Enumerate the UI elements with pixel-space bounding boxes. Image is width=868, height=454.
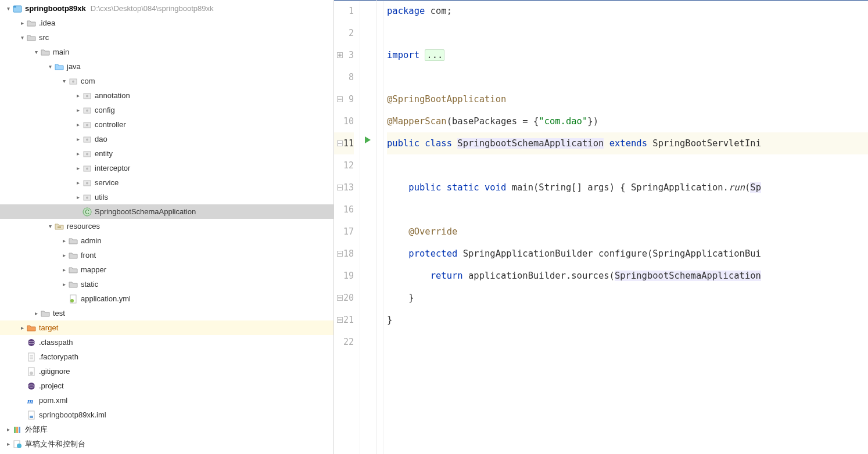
fold-collapse-icon[interactable] — [334, 309, 346, 331]
code-line[interactable]: @MapperScan(basePackages = {"com.dao"}) — [387, 110, 868, 132]
chevron-right-icon[interactable]: ▸ — [73, 121, 83, 128]
code-line-current[interactable]: public class SpringbootSchemaApplication… — [387, 132, 868, 154]
fold-collapse-icon[interactable] — [334, 88, 346, 110]
tree-folder-mapper[interactable]: ▸ mapper — [0, 262, 333, 277]
package-icon — [83, 193, 92, 202]
tree-folder-test[interactable]: ▸ test — [0, 306, 333, 320]
source-folder-icon — [55, 62, 64, 71]
tree-file-project[interactable]: .project — [0, 379, 333, 393]
chevron-right-icon[interactable]: ▸ — [31, 310, 41, 316]
code-editor[interactable]: 1 2 3 8 9 10 11 12 13 16 17 18 19 20 21 … — [334, 0, 868, 454]
line-number-gutter[interactable]: 1 2 3 8 9 10 11 12 13 16 17 18 19 20 21 … — [334, 0, 360, 454]
gutter-icons[interactable] — [360, 0, 376, 454]
tree-package-service[interactable]: ▸ service — [0, 175, 333, 190]
tree-folder-idea[interactable]: ▸ .idea — [0, 16, 333, 30]
tree-file-classpath[interactable]: .classpath — [0, 335, 333, 349]
chevron-right-icon[interactable]: ▸ — [3, 441, 13, 447]
code-area[interactable]: package com; import ... @SpringBootAppli… — [383, 0, 868, 454]
svg-text:m: m — [27, 397, 33, 405]
tree-package-config[interactable]: ▸ config — [0, 103, 333, 117]
svg-point-3 — [72, 80, 74, 82]
chevron-right-icon[interactable]: ▸ — [73, 150, 83, 157]
code-line[interactable] — [387, 199, 868, 221]
tree-file-application-yml[interactable]: application.yml — [0, 291, 333, 306]
chevron-right-icon[interactable]: ▸ — [73, 107, 83, 113]
svg-rect-37 — [30, 416, 33, 418]
chevron-right-icon[interactable]: ▸ — [73, 165, 83, 171]
tree-folder-target[interactable]: ▸ target — [0, 320, 333, 335]
tree-file-factorypath[interactable]: .factorypath — [0, 349, 333, 364]
code-line[interactable] — [387, 22, 868, 44]
gitignore-file-icon — [27, 367, 36, 376]
fold-expand-icon[interactable] — [334, 44, 346, 66]
code-line[interactable]: protected SpringApplicationBuilder confi… — [387, 243, 868, 265]
tree-folder-front[interactable]: ▸ front — [0, 248, 333, 262]
chevron-down-icon[interactable]: ▾ — [3, 5, 13, 12]
fold-collapse-icon[interactable] — [334, 243, 346, 265]
tree-root[interactable]: ▾ springbootp89xk D:\cxs\Desktop\084\spr… — [0, 1, 333, 16]
folded-imports[interactable]: ... — [425, 49, 444, 61]
chevron-down-icon[interactable]: ▾ — [45, 223, 55, 229]
chevron-right-icon[interactable]: ▸ — [73, 92, 83, 99]
eclipse-file-icon — [27, 381, 36, 391]
tree-external-libraries[interactable]: ▸ 外部库 — [0, 422, 333, 437]
code-line[interactable]: public static void main(String[] args) {… — [387, 176, 868, 199]
tree-package-entity[interactable]: ▸ entity — [0, 146, 333, 161]
text-file-icon — [27, 352, 36, 362]
chevron-down-icon[interactable]: ▾ — [17, 34, 27, 41]
chevron-down-icon[interactable]: ▾ — [45, 63, 55, 70]
fold-collapse-icon[interactable] — [334, 132, 346, 154]
folder-icon — [27, 19, 36, 28]
project-tree-panel[interactable]: ▾ springbootp89xk D:\cxs\Desktop\084\spr… — [0, 0, 334, 454]
chevron-down-icon[interactable]: ▾ — [31, 49, 41, 55]
code-line[interactable]: } — [387, 287, 868, 309]
tree-file-iml[interactable]: springbootp89xk.iml — [0, 408, 333, 422]
chevron-right-icon[interactable]: ▸ — [17, 325, 27, 331]
tree-folder-admin[interactable]: ▸ admin — [0, 233, 333, 248]
tree-file-pom[interactable]: m pom.xml — [0, 393, 333, 408]
code-line[interactable]: } — [387, 309, 868, 331]
fold-gutter[interactable] — [376, 0, 383, 454]
tree-package-interceptor[interactable]: ▸ interceptor — [0, 161, 333, 175]
chevron-right-icon[interactable]: ▸ — [59, 281, 69, 287]
chevron-right-icon[interactable]: ▸ — [73, 194, 83, 200]
tree-package-dao[interactable]: ▸ dao — [0, 132, 333, 146]
tree-package-annotation[interactable]: ▸ annotation — [0, 88, 333, 103]
chevron-right-icon[interactable]: ▸ — [59, 237, 69, 244]
folder-icon — [69, 251, 78, 260]
chevron-right-icon[interactable]: ▸ — [17, 20, 27, 26]
chevron-right-icon[interactable]: ▸ — [73, 136, 83, 142]
tree-folder-java[interactable]: ▾ java — [0, 59, 333, 74]
code-line[interactable]: package com; — [387, 0, 868, 22]
chevron-right-icon[interactable]: ▸ — [59, 252, 69, 258]
chevron-right-icon[interactable]: ▸ — [73, 179, 83, 186]
svg-point-5 — [86, 95, 88, 97]
fold-collapse-icon[interactable] — [334, 287, 346, 309]
code-line[interactable] — [387, 154, 868, 176]
tree-package-utils[interactable]: ▸ utils — [0, 190, 333, 204]
code-line[interactable] — [387, 66, 868, 88]
chevron-right-icon[interactable]: ▸ — [59, 266, 69, 273]
fold-collapse-icon[interactable] — [334, 176, 346, 199]
svg-rect-40 — [19, 427, 20, 433]
chevron-down-icon[interactable]: ▾ — [59, 78, 69, 84]
tree-file-gitignore[interactable]: .gitignore — [0, 364, 333, 379]
tree-scratches[interactable]: ▸ 草稿文件和控制台 — [0, 437, 333, 451]
folder-icon — [27, 33, 36, 42]
code-line[interactable] — [387, 331, 868, 353]
code-line[interactable]: import ... — [387, 44, 868, 66]
tree-folder-resources[interactable]: ▾ resources — [0, 219, 333, 233]
tree-folder-src[interactable]: ▾ src — [0, 30, 333, 45]
tree-package-controller[interactable]: ▸ controller — [0, 117, 333, 132]
project-tree[interactable]: ▾ springbootp89xk D:\cxs\Desktop\084\spr… — [0, 0, 333, 451]
svg-point-33 — [28, 383, 35, 390]
run-icon[interactable] — [364, 136, 372, 144]
tree-package-com[interactable]: ▾ com — [0, 74, 333, 88]
tree-class-springbootschemaapplication[interactable]: C SpringbootSchemaApplication — [0, 204, 333, 219]
code-line[interactable]: return applicationBuilder.sources(Spring… — [387, 265, 868, 287]
chevron-right-icon[interactable]: ▸ — [3, 426, 13, 433]
tree-folder-static[interactable]: ▸ static — [0, 277, 333, 291]
code-line[interactable]: @SpringBootApplication — [387, 88, 868, 110]
tree-folder-main[interactable]: ▾ main — [0, 45, 333, 59]
code-line[interactable]: @Override — [387, 221, 868, 243]
